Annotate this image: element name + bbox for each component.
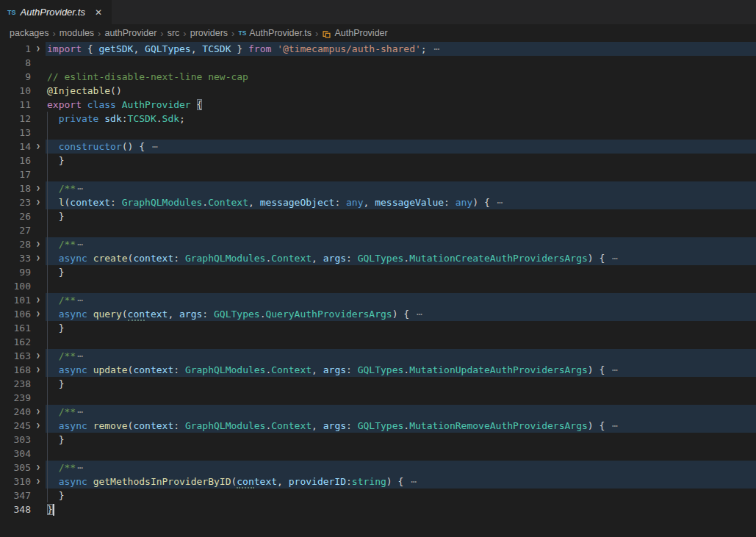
breadcrumb-item-authprovider-ts[interactable]: TSAuthProvider.ts <box>238 28 312 38</box>
fold-ellipsis[interactable]: ⋯ <box>152 141 159 152</box>
code-content[interactable]: @Injectable() <box>46 84 756 98</box>
fold-chevron-icon[interactable]: ❯ <box>31 237 46 251</box>
code-content[interactable]: /**⋯ <box>46 461 756 475</box>
fold-chevron-icon[interactable]: ❯ <box>31 363 46 377</box>
code-content[interactable]: // eslint-disable-next-line new-cap <box>46 70 756 84</box>
fold-ellipsis[interactable]: ⋯ <box>77 239 84 250</box>
code-line[interactable]: 304 <box>0 447 756 461</box>
fold-chevron-icon[interactable]: ❯ <box>31 405 46 419</box>
code-line[interactable]: 23❯ l(context: GraphQLModules.Context, m… <box>0 195 756 209</box>
fold-chevron-icon[interactable]: ❯ <box>31 195 46 209</box>
breadcrumb-item-packages[interactable]: packages <box>10 28 49 38</box>
fold-chevron-icon[interactable]: ❯ <box>31 419 46 433</box>
code-line[interactable]: 305❯ /**⋯ <box>0 461 756 475</box>
code-content[interactable]: l(context: GraphQLModules.Context, messa… <box>46 195 756 209</box>
code-content[interactable]: async getMethodsInProviderByID(context, … <box>46 475 756 489</box>
code-line[interactable]: 26 } <box>0 209 756 223</box>
code-line[interactable]: 28❯ /**⋯ <box>0 237 756 251</box>
code-line[interactable]: 1❯import { getSDK, GQLTypes, TCSDK } fro… <box>0 42 756 56</box>
code-content[interactable] <box>46 56 756 70</box>
code-content[interactable]: } <box>46 502 756 516</box>
code-content[interactable]: } <box>46 377 756 391</box>
code-content[interactable]: } <box>46 154 756 167</box>
code-line[interactable]: 16 } <box>0 154 756 167</box>
code-content[interactable]: async query(context, args: GQLTypes.Quer… <box>46 307 756 321</box>
code-content[interactable]: /**⋯ <box>46 237 756 251</box>
fold-ellipsis[interactable]: ⋯ <box>433 43 440 54</box>
code-line[interactable]: 162 <box>0 335 756 349</box>
code-content[interactable] <box>46 335 756 349</box>
fold-ellipsis[interactable]: ⋯ <box>77 295 84 306</box>
code-content[interactable]: } <box>46 433 756 447</box>
code-line[interactable]: 163❯ /**⋯ <box>0 349 756 363</box>
code-content[interactable]: private sdk:TCSDK.Sdk; <box>46 112 756 126</box>
code-line[interactable]: 99 } <box>0 265 756 279</box>
fold-chevron-icon[interactable]: ❯ <box>31 251 46 265</box>
editor[interactable]: 1❯import { getSDK, GQLTypes, TCSDK } fro… <box>0 42 756 537</box>
code-content[interactable] <box>46 126 756 140</box>
fold-chevron-icon[interactable]: ❯ <box>31 293 46 307</box>
code-line[interactable]: 303 } <box>0 433 756 447</box>
code-content[interactable]: /**⋯ <box>46 349 756 363</box>
tab-close-icon[interactable]: ✕ <box>93 7 104 18</box>
code-line[interactable]: 9// eslint-disable-next-line new-cap <box>0 70 756 84</box>
code-content[interactable] <box>46 223 756 237</box>
code-content[interactable]: async remove(context: GraphQLModules.Con… <box>46 419 756 433</box>
code-content[interactable]: constructor() { ⋯ <box>46 140 756 154</box>
code-line[interactable]: 10@Injectable() <box>0 84 756 98</box>
code-content[interactable] <box>46 279 756 293</box>
code-line[interactable]: 11export class AuthProvider { <box>0 98 756 112</box>
code-line[interactable]: 12 private sdk:TCSDK.Sdk; <box>0 112 756 126</box>
code-line[interactable]: 13 <box>0 126 756 140</box>
code-line[interactable]: 14❯ constructor() { ⋯ <box>0 140 756 154</box>
code-line[interactable]: 239 <box>0 391 756 405</box>
fold-ellipsis[interactable]: ⋯ <box>497 197 504 208</box>
fold-chevron-icon[interactable]: ❯ <box>31 140 46 154</box>
code-content[interactable]: } <box>46 489 756 502</box>
code-line[interactable]: 100 <box>0 279 756 293</box>
code-content[interactable]: } <box>46 265 756 279</box>
code-line[interactable]: 101❯ /**⋯ <box>0 293 756 307</box>
fold-chevron-icon[interactable]: ❯ <box>31 181 46 195</box>
code-line[interactable]: 106❯ async query(context, args: GQLTypes… <box>0 307 756 321</box>
fold-chevron-icon[interactable]: ❯ <box>31 475 46 489</box>
breadcrumb-item-authprovider[interactable]: AuthProvider <box>322 28 387 38</box>
breadcrumb-item-src[interactable]: src <box>168 28 180 38</box>
code-content[interactable]: async update(context: GraphQLModules.Con… <box>46 363 756 377</box>
code-content[interactable]: } <box>46 321 756 335</box>
code-line[interactable]: 347 } <box>0 489 756 502</box>
fold-chevron-icon[interactable]: ❯ <box>31 461 46 475</box>
code-line[interactable]: 17 <box>0 167 756 181</box>
code-content[interactable]: /**⋯ <box>46 405 756 419</box>
breadcrumb-item-modules[interactable]: modules <box>60 28 94 38</box>
fold-chevron-icon[interactable]: ❯ <box>31 42 46 56</box>
breadcrumb-item-authprovider[interactable]: authProvider <box>104 28 156 38</box>
code-line[interactable]: 310❯ async getMethodsInProviderByID(cont… <box>0 475 756 489</box>
code-line[interactable]: 240❯ /**⋯ <box>0 405 756 419</box>
breadcrumb-item-providers[interactable]: providers <box>190 28 228 38</box>
fold-ellipsis[interactable]: ⋯ <box>612 420 619 431</box>
fold-ellipsis[interactable]: ⋯ <box>612 364 619 375</box>
code-content[interactable]: async create(context: GraphQLModules.Con… <box>46 251 756 265</box>
code-line[interactable]: 33❯ async create(context: GraphQLModules… <box>0 251 756 265</box>
code-content[interactable]: } <box>46 209 756 223</box>
fold-ellipsis[interactable]: ⋯ <box>77 462 84 473</box>
fold-ellipsis[interactable]: ⋯ <box>77 406 84 417</box>
code-line[interactable]: 8 <box>0 56 756 70</box>
code-content[interactable]: /**⋯ <box>46 181 756 195</box>
code-content[interactable] <box>46 391 756 405</box>
fold-ellipsis[interactable]: ⋯ <box>77 350 84 361</box>
fold-ellipsis[interactable]: ⋯ <box>411 476 417 487</box>
code-line[interactable]: 161 } <box>0 321 756 335</box>
fold-ellipsis[interactable]: ⋯ <box>612 253 619 264</box>
code-line[interactable]: 238 } <box>0 377 756 391</box>
tab-authprovider[interactable]: TS AuthProvider.ts ✕ <box>0 0 112 24</box>
code-line[interactable]: 245❯ async remove(context: GraphQLModule… <box>0 419 756 433</box>
code-line[interactable]: 168❯ async update(context: GraphQLModule… <box>0 363 756 377</box>
code-content[interactable]: export class AuthProvider { <box>46 98 756 112</box>
fold-ellipsis[interactable]: ⋯ <box>417 309 423 320</box>
code-line[interactable]: 27 <box>0 223 756 237</box>
code-line[interactable]: 18❯ /**⋯ <box>0 181 756 195</box>
fold-chevron-icon[interactable]: ❯ <box>31 307 46 321</box>
code-content[interactable] <box>46 167 756 181</box>
